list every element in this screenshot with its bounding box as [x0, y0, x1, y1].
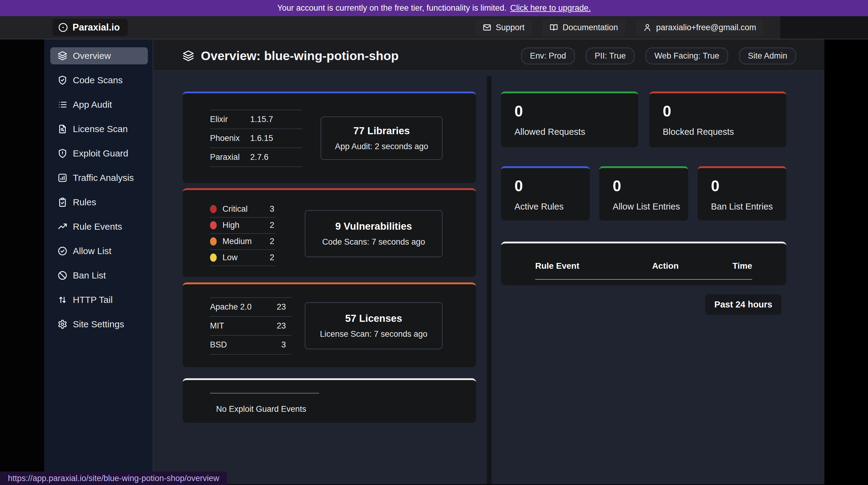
stat-card-allowed-requests[interactable]: 0Allowed Requests	[501, 91, 638, 147]
header-actions: SupportDocumentationparaxialio+free@gmai…	[475, 19, 764, 36]
main-area: Overview: blue-wing-potion-shop Env: Pro…	[153, 39, 825, 484]
sidebar-item-allow-list[interactable]: Allow List	[50, 242, 148, 260]
layers-icon	[58, 51, 67, 61]
right-column: 0Allowed Requests0Blocked Requests 0Acti…	[501, 91, 786, 484]
license-row: Apache 2.023	[210, 297, 291, 316]
layers-icon	[183, 50, 194, 62]
paraxial-logo[interactable]: Paraxial.io	[53, 19, 128, 36]
severity-row-critical: Critical3	[210, 201, 276, 218]
badge-pii-true[interactable]: PII: True	[586, 48, 634, 64]
clipboard-check-icon	[58, 197, 67, 207]
header-button-documentation[interactable]: Documentation	[542, 19, 625, 36]
left-column: Elixir1.15.7Phoenix1.6.15Paraxial2.7.6 7…	[183, 91, 476, 484]
banner-text: Your account is currently on the free ti…	[277, 3, 506, 13]
stat-card-allow-list-entries[interactable]: 0Allow List Entries	[599, 166, 688, 221]
header-main: Paraxial.io SupportDocumentationparaxial…	[0, 16, 780, 39]
severity-dot-critical	[210, 205, 217, 213]
header-button-support[interactable]: Support	[475, 19, 532, 36]
sidebar-item-app-audit[interactable]: App Audit	[50, 96, 148, 113]
right-gutter	[825, 39, 868, 484]
table-column-time: Time	[709, 261, 752, 271]
check-circle-icon	[58, 246, 67, 256]
badge-web-facing-true[interactable]: Web Facing: True	[646, 48, 728, 64]
licenses-count: 57 Licenses	[311, 313, 436, 324]
severity-dot-low	[210, 254, 217, 262]
upgrade-link[interactable]: Click here to upgrade.	[510, 3, 591, 13]
exploit-guard-card: No Exploit Guard Events	[183, 378, 476, 423]
sidebar: OverviewCode ScansApp AuditLicense ScanE…	[44, 39, 153, 484]
free-tier-banner: Your account is currently on the free ti…	[0, 0, 868, 16]
sidebar-item-license-scan[interactable]: License Scan	[50, 120, 148, 138]
vulnerabilities-summary-button[interactable]: 9 Vulnerabilities Code Scans: 7 seconds …	[305, 210, 442, 257]
sidebar-item-ban-list[interactable]: Ban List	[50, 267, 148, 284]
book-icon	[550, 23, 558, 32]
status-url: https://app.paraxial.io/site/blue-wing-p…	[8, 474, 219, 483]
rule-events-table: Rule EventActionTime	[501, 241, 786, 285]
sidebar-item-overview[interactable]: Overview	[50, 47, 148, 64]
list-icon	[58, 100, 67, 110]
left-gutter	[0, 39, 44, 484]
status-url-tooltip: https://app.paraxial.io/site/blue-wing-p…	[0, 472, 227, 485]
exploit-guard-empty-text: No Exploit Guard Events	[216, 404, 476, 414]
column-divider	[487, 76, 492, 484]
versions-table: Elixir1.15.7Phoenix1.6.15Paraxial2.7.6	[210, 110, 302, 167]
severity-dot-high	[210, 221, 217, 229]
severity-row-high: High2	[210, 218, 276, 234]
circle-dot-icon	[58, 22, 68, 33]
user-icon	[643, 23, 652, 32]
sidebar-item-code-scans[interactable]: Code Scans	[50, 72, 148, 89]
trending-up-icon	[58, 222, 67, 231]
version-row: Elixir1.15.7	[210, 110, 302, 129]
exploit-guard-divider	[210, 393, 319, 394]
logo-text: Paraxial.io	[72, 22, 120, 33]
file-search-icon	[58, 124, 67, 134]
app-header: Paraxial.io SupportDocumentationparaxial…	[0, 16, 868, 39]
license-scan-timestamp: License Scan: 7 seconds ago	[311, 330, 436, 339]
vulnerability-severity-table: Critical3High2Medium2Low2	[210, 201, 276, 266]
shield-check-icon	[58, 75, 67, 85]
sidebar-item-rule-events[interactable]: Rule Events	[50, 218, 148, 235]
time-filter-button[interactable]: Past 24 hours	[705, 294, 781, 315]
page-title: Overview: blue-wing-potion-shop	[201, 49, 399, 63]
ban-icon	[58, 270, 67, 280]
request-stats-row: 0Allowed Requests0Blocked Requests	[501, 91, 786, 147]
envelope-icon	[483, 23, 491, 32]
rule-events-table-divider	[535, 279, 752, 280]
content-area: Elixir1.15.7Phoenix1.6.15Paraxial2.7.6 7…	[153, 71, 825, 484]
sidebar-item-rules[interactable]: Rules	[50, 194, 148, 211]
badge-site-admin[interactable]: Site Admin	[739, 48, 796, 64]
licenses-summary-button[interactable]: 57 Licenses License Scan: 7 seconds ago	[305, 302, 442, 349]
libraries-summary-button[interactable]: 77 Libraries App Audit: 2 seconds ago	[321, 116, 442, 160]
app-audit-timestamp: App Audit: 2 seconds ago	[327, 142, 436, 151]
vulnerabilities-count: 9 Vulnerabilities	[311, 221, 436, 232]
gear-icon	[58, 319, 67, 329]
stat-card-ban-list-entries[interactable]: 0Ban List Entries	[698, 166, 786, 221]
sidebar-item-traffic-analysis[interactable]: Traffic Analysis	[50, 169, 148, 187]
licenses-card: Apache 2.023MIT23BSD3 57 Licenses Licens…	[183, 282, 476, 367]
severity-row-medium: Medium2	[210, 234, 276, 250]
license-row: BSD3	[210, 335, 291, 354]
table-column-rule-event: Rule Event	[535, 261, 622, 271]
body-row: OverviewCode ScansApp AuditLicense ScanE…	[0, 39, 868, 484]
libraries-count: 77 Libraries	[327, 125, 436, 137]
header-button-paraxialio-free-gmail-com[interactable]: paraxialio+free@gmail.com	[636, 19, 764, 36]
sidebar-item-http-tail[interactable]: HTTP Tail	[50, 291, 148, 308]
stat-card-blocked-requests[interactable]: 0Blocked Requests	[649, 91, 786, 147]
rules-stats-row: 0Active Rules0Allow List Entries0Ban Lis…	[501, 166, 786, 221]
version-row: Phoenix1.6.15	[210, 129, 302, 148]
title-band: Overview: blue-wing-potion-shop Env: Pro…	[153, 39, 825, 71]
badge-env-prod[interactable]: Env: Prod	[521, 48, 575, 64]
header-corner	[780, 16, 868, 39]
sidebar-item-exploit-guard[interactable]: Exploit Guard	[50, 145, 148, 162]
sidebar-item-site-settings[interactable]: Site Settings	[50, 316, 148, 333]
libraries-card: Elixir1.15.7Phoenix1.6.15Paraxial2.7.6 7…	[183, 91, 476, 183]
stat-card-active-rules[interactable]: 0Active Rules	[501, 166, 590, 221]
arrows-up-down-icon	[58, 295, 67, 305]
table-column-action: Action	[622, 261, 709, 271]
page-title-group: Overview: blue-wing-potion-shop	[183, 49, 399, 63]
code-scans-timestamp: Code Scans: 7 seconds ago	[311, 237, 436, 247]
site-badges: Env: ProdPII: TrueWeb Facing: TrueSite A…	[521, 48, 796, 64]
shield-alert-icon	[58, 148, 67, 158]
rule-events-table-header: Rule EventActionTime	[535, 261, 752, 271]
licenses-table: Apache 2.023MIT23BSD3	[210, 297, 291, 354]
